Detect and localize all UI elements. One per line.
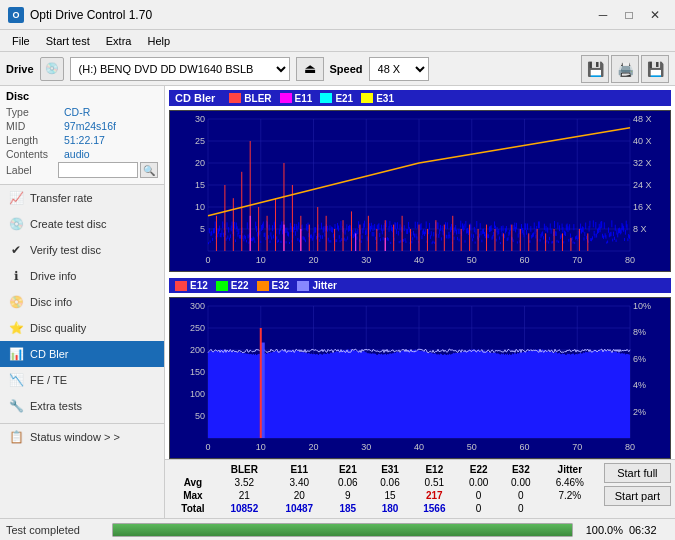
- sidebar: Disc Type CD-R MID 97m24s16f Length 51:2…: [0, 86, 165, 518]
- disc-length-label: Length: [6, 134, 64, 146]
- verify-test-disc-icon: ✔: [8, 242, 24, 258]
- stats-col-e22: E22: [458, 463, 500, 476]
- stats-max-e11: 20: [272, 489, 327, 502]
- app-icon: O: [8, 7, 24, 23]
- close-button[interactable]: ✕: [643, 5, 667, 25]
- nav-transfer-rate[interactable]: 📈 Transfer rate: [0, 185, 164, 211]
- stats-total-e11: 10487: [272, 502, 327, 515]
- legend-e11: E11: [280, 93, 313, 104]
- drive-icon: 💿: [40, 57, 64, 81]
- minimize-button[interactable]: ─: [591, 5, 615, 25]
- stats-table-wrapper: BLER E11 E21 E31 E12 E22 E32 Jitter: [169, 463, 598, 515]
- menubar: File Start test Extra Help: [0, 30, 675, 52]
- status-text: Test completed: [6, 524, 106, 536]
- stats-total-jitter: [542, 502, 598, 515]
- start-full-button[interactable]: Start full: [604, 463, 671, 483]
- stats-max-bler: 21: [217, 489, 272, 502]
- stats-avg-e31: 0.06: [369, 476, 411, 489]
- disc-label-label: Label: [6, 164, 58, 176]
- drive-info-icon: ℹ: [8, 268, 24, 284]
- speed-select[interactable]: 48 X: [369, 57, 429, 81]
- stats-total-e22: 0: [458, 502, 500, 515]
- chart1-title-bar: CD Bler BLER E11 E21 E31: [169, 90, 671, 106]
- legend-e21-color: [320, 93, 332, 103]
- legend-e22-color: [216, 281, 228, 291]
- nav-disc-info[interactable]: 📀 Disc info: [0, 289, 164, 315]
- stats-avg-bler: 3.52: [217, 476, 272, 489]
- legend-e31-label: E31: [376, 93, 394, 104]
- nav-transfer-rate-label: Transfer rate: [30, 192, 93, 204]
- titlebar-controls: ─ □ ✕: [591, 5, 667, 25]
- toolbar-btn-1[interactable]: 💾: [581, 55, 609, 83]
- stats-total-e32: 0: [500, 502, 542, 515]
- stats-total-e21: 185: [327, 502, 369, 515]
- drivebar: Drive 💿 (H:) BENQ DVD DD DW1640 BSLB ⏏ S…: [0, 52, 675, 86]
- maximize-button[interactable]: □: [617, 5, 641, 25]
- stats-max-e32: 0: [500, 489, 542, 502]
- menu-extra[interactable]: Extra: [98, 33, 140, 49]
- nav-drive-info[interactable]: ℹ Drive info: [0, 263, 164, 289]
- stats-bottom: BLER E11 E21 E31 E12 E22 E32 Jitter: [169, 463, 671, 515]
- stats-max-label: Max: [169, 489, 217, 502]
- legend-e31: E31: [361, 93, 394, 104]
- nav-create-test-disc[interactable]: 💿 Create test disc: [0, 211, 164, 237]
- nav-drive-info-label: Drive info: [30, 270, 76, 282]
- app-title: Opti Drive Control 1.70: [30, 8, 591, 22]
- disc-contents-label: Contents: [6, 148, 64, 160]
- main-content: Disc Type CD-R MID 97m24s16f Length 51:2…: [0, 86, 675, 518]
- stats-col-jitter: Jitter: [542, 463, 598, 476]
- stats-avg-row: Avg 3.52 3.40 0.06 0.06 0.51 0.00 0.00 6…: [169, 476, 598, 489]
- nav-disc-quality[interactable]: ⭐ Disc quality: [0, 315, 164, 341]
- disc-info-icon: 📀: [8, 294, 24, 310]
- progress-bar-fill: [113, 524, 572, 536]
- stats-total-e31: 180: [369, 502, 411, 515]
- disc-panel-header: Disc: [6, 90, 158, 102]
- chart-container: CD Bler BLER E11 E21 E31: [165, 86, 675, 459]
- nav-fe-te[interactable]: 📉 FE / TE: [0, 367, 164, 393]
- nav-cd-bler[interactable]: 📊 CD Bler: [0, 341, 164, 367]
- nav-verify-test-disc[interactable]: ✔ Verify test disc: [0, 237, 164, 263]
- bottom-bar: Test completed 100.0% 06:32: [0, 518, 675, 540]
- stats-avg-label: Avg: [169, 476, 217, 489]
- content-area: CD Bler BLER E11 E21 E31: [165, 86, 675, 518]
- disc-length-value: 51:22.17: [64, 134, 105, 146]
- status-window-icon: 📋: [8, 429, 24, 445]
- chart1-canvas: [170, 111, 670, 271]
- time-display: 06:32: [629, 524, 669, 536]
- menu-file[interactable]: File: [4, 33, 38, 49]
- legend-e22-label: E22: [231, 280, 249, 291]
- drive-label: Drive: [6, 63, 34, 75]
- legend-e21: E21: [320, 93, 353, 104]
- drive-select[interactable]: (H:) BENQ DVD DD DW1640 BSLB: [70, 57, 290, 81]
- toolbar-btn-2[interactable]: 🖨️: [611, 55, 639, 83]
- disc-length-row: Length 51:22.17: [6, 134, 158, 146]
- stats-avg-e21: 0.06: [327, 476, 369, 489]
- legend-e32-color: [257, 281, 269, 291]
- transfer-rate-icon: 📈: [8, 190, 24, 206]
- legend-e22: E22: [216, 280, 249, 291]
- disc-mid-value: 97m24s16f: [64, 120, 116, 132]
- nav-cd-bler-label: CD Bler: [30, 348, 69, 360]
- stats-avg-e11: 3.40: [272, 476, 327, 489]
- stats-max-e21: 9: [327, 489, 369, 502]
- disc-label-search-btn[interactable]: 🔍: [140, 162, 158, 178]
- menu-help[interactable]: Help: [139, 33, 178, 49]
- stats-avg-e12: 0.51: [411, 476, 457, 489]
- nav-status-window[interactable]: 📋 Status window > >: [0, 423, 164, 450]
- disc-panel: Disc Type CD-R MID 97m24s16f Length 51:2…: [0, 86, 164, 185]
- menu-start-test[interactable]: Start test: [38, 33, 98, 49]
- disc-type-value: CD-R: [64, 106, 90, 118]
- start-part-button[interactable]: Start part: [604, 486, 671, 506]
- toolbar-btn-3[interactable]: 💾: [641, 55, 669, 83]
- chart2: [169, 297, 671, 459]
- disc-type-row: Type CD-R: [6, 106, 158, 118]
- legend-e32: E32: [257, 280, 290, 291]
- chart2-title-bar: E12 E22 E32 Jitter: [169, 278, 671, 293]
- nav-extra-tests[interactable]: 🔧 Extra tests: [0, 393, 164, 419]
- eject-button[interactable]: ⏏: [296, 57, 324, 81]
- disc-label-input[interactable]: [58, 162, 138, 178]
- stats-max-e31: 15: [369, 489, 411, 502]
- chart1-title: CD Bler: [175, 92, 215, 104]
- stats-total-row: Total 10852 10487 185 180 1566 0 0: [169, 502, 598, 515]
- stats-avg-jitter: 6.46%: [542, 476, 598, 489]
